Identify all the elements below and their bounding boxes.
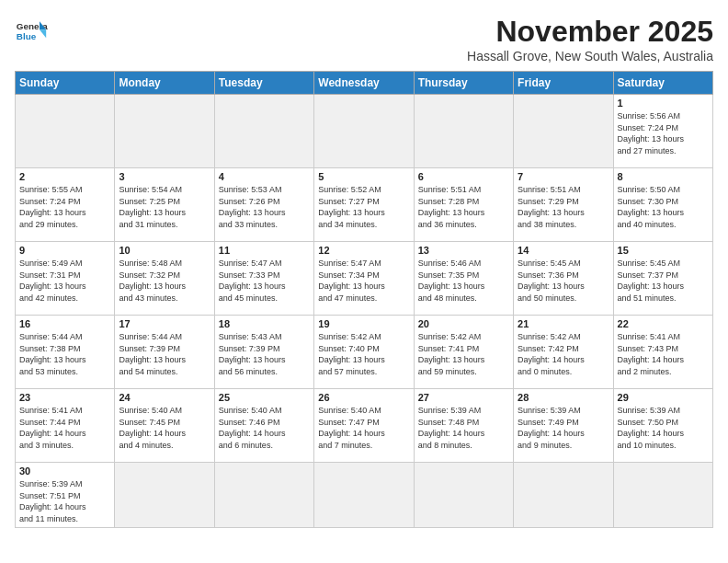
calendar-cell: 15Sunrise: 5:45 AMSunset: 7:37 PMDayligh… [613, 242, 712, 316]
day-info: Sunrise: 5:52 AMSunset: 7:27 PMDaylight:… [318, 184, 409, 230]
calendar-cell: 2Sunrise: 5:55 AMSunset: 7:24 PMDaylight… [16, 168, 115, 242]
calendar-week-row: 23Sunrise: 5:41 AMSunset: 7:44 PMDayligh… [16, 389, 713, 463]
calendar-cell: 29Sunrise: 5:39 AMSunset: 7:50 PMDayligh… [613, 389, 712, 463]
calendar-cell: 4Sunrise: 5:53 AMSunset: 7:26 PMDaylight… [214, 168, 313, 242]
day-number: 7 [518, 171, 609, 182]
calendar-week-row: 16Sunrise: 5:44 AMSunset: 7:38 PMDayligh… [16, 316, 713, 389]
calendar-cell: 14Sunrise: 5:45 AMSunset: 7:36 PMDayligh… [514, 242, 613, 316]
calendar-cell: 26Sunrise: 5:40 AMSunset: 7:47 PMDayligh… [314, 389, 414, 463]
day-info: Sunrise: 5:51 AMSunset: 7:28 PMDaylight:… [418, 184, 509, 230]
day-info: Sunrise: 5:46 AMSunset: 7:35 PMDaylight:… [418, 258, 509, 304]
day-number: 6 [418, 171, 509, 182]
day-number: 16 [19, 318, 110, 329]
day-number: 9 [19, 245, 110, 256]
day-number: 21 [518, 318, 609, 329]
day-number: 2 [19, 171, 110, 182]
calendar-cell [115, 463, 214, 528]
calendar-cell: 21Sunrise: 5:42 AMSunset: 7:42 PMDayligh… [514, 316, 613, 389]
calendar-week-row: 1Sunrise: 5:56 AMSunset: 7:24 PMDaylight… [16, 95, 713, 168]
day-info: Sunrise: 5:51 AMSunset: 7:29 PMDaylight:… [518, 184, 609, 230]
day-number: 10 [119, 245, 210, 256]
calendar-cell [214, 95, 313, 168]
svg-marker-3 [40, 29, 46, 38]
title-area: November 2025 Hassall Grove, New South W… [467, 15, 713, 63]
calendar-cell: 18Sunrise: 5:43 AMSunset: 7:39 PMDayligh… [214, 316, 313, 389]
location-title: Hassall Grove, New South Wales, Australi… [467, 49, 713, 63]
calendar-cell [115, 95, 214, 168]
calendar-cell: 23Sunrise: 5:41 AMSunset: 7:44 PMDayligh… [16, 389, 115, 463]
day-info: Sunrise: 5:40 AMSunset: 7:47 PMDaylight:… [318, 405, 409, 451]
calendar-cell [514, 463, 613, 528]
day-number: 15 [618, 245, 709, 256]
day-number: 18 [219, 318, 310, 329]
day-number: 13 [418, 245, 509, 256]
day-info: Sunrise: 5:48 AMSunset: 7:32 PMDaylight:… [119, 258, 210, 304]
column-header-friday: Friday [514, 72, 613, 95]
column-header-tuesday: Tuesday [214, 72, 313, 95]
calendar-cell: 11Sunrise: 5:47 AMSunset: 7:33 PMDayligh… [214, 242, 313, 316]
calendar-cell: 27Sunrise: 5:39 AMSunset: 7:48 PMDayligh… [414, 389, 513, 463]
calendar-cell: 28Sunrise: 5:39 AMSunset: 7:49 PMDayligh… [514, 389, 613, 463]
logo-icon: General Blue [15, 15, 48, 48]
day-number: 28 [518, 392, 609, 403]
day-number: 1 [618, 98, 709, 109]
calendar-cell [414, 463, 513, 528]
day-info: Sunrise: 5:49 AMSunset: 7:31 PMDaylight:… [19, 258, 110, 304]
day-info: Sunrise: 5:54 AMSunset: 7:25 PMDaylight:… [119, 184, 210, 230]
day-info: Sunrise: 5:42 AMSunset: 7:41 PMDaylight:… [418, 331, 509, 377]
calendar-cell: 7Sunrise: 5:51 AMSunset: 7:29 PMDaylight… [514, 168, 613, 242]
calendar-header-row: SundayMondayTuesdayWednesdayThursdayFrid… [16, 72, 713, 95]
calendar-cell: 19Sunrise: 5:42 AMSunset: 7:40 PMDayligh… [314, 316, 414, 389]
day-number: 11 [219, 245, 310, 256]
calendar-cell: 5Sunrise: 5:52 AMSunset: 7:27 PMDaylight… [314, 168, 414, 242]
calendar-cell [414, 95, 513, 168]
day-info: Sunrise: 5:44 AMSunset: 7:38 PMDaylight:… [19, 331, 110, 377]
calendar-week-row: 2Sunrise: 5:55 AMSunset: 7:24 PMDaylight… [16, 168, 713, 242]
calendar-cell: 25Sunrise: 5:40 AMSunset: 7:46 PMDayligh… [214, 389, 313, 463]
day-info: Sunrise: 5:47 AMSunset: 7:33 PMDaylight:… [219, 258, 310, 304]
day-info: Sunrise: 5:40 AMSunset: 7:45 PMDaylight:… [119, 405, 210, 451]
calendar-cell: 8Sunrise: 5:50 AMSunset: 7:30 PMDaylight… [613, 168, 712, 242]
day-info: Sunrise: 5:50 AMSunset: 7:30 PMDaylight:… [618, 184, 709, 230]
day-number: 3 [119, 171, 210, 182]
day-info: Sunrise: 5:39 AMSunset: 7:50 PMDaylight:… [618, 405, 709, 451]
day-number: 12 [318, 245, 409, 256]
calendar-cell [514, 95, 613, 168]
column-header-thursday: Thursday [414, 72, 513, 95]
calendar-cell: 3Sunrise: 5:54 AMSunset: 7:25 PMDaylight… [115, 168, 214, 242]
day-number: 26 [318, 392, 409, 403]
day-info: Sunrise: 5:42 AMSunset: 7:40 PMDaylight:… [318, 331, 409, 377]
day-number: 22 [618, 318, 709, 329]
day-number: 24 [119, 392, 210, 403]
calendar-week-row: 9Sunrise: 5:49 AMSunset: 7:31 PMDaylight… [16, 242, 713, 316]
day-number: 20 [418, 318, 509, 329]
calendar-cell: 22Sunrise: 5:41 AMSunset: 7:43 PMDayligh… [613, 316, 712, 389]
calendar-week-row: 30Sunrise: 5:39 AMSunset: 7:51 PMDayligh… [16, 463, 713, 528]
day-number: 17 [119, 318, 210, 329]
day-number: 19 [318, 318, 409, 329]
day-info: Sunrise: 5:41 AMSunset: 7:44 PMDaylight:… [19, 405, 110, 451]
day-number: 4 [219, 171, 310, 182]
calendar-cell: 13Sunrise: 5:46 AMSunset: 7:35 PMDayligh… [414, 242, 513, 316]
day-info: Sunrise: 5:39 AMSunset: 7:49 PMDaylight:… [518, 405, 609, 451]
day-info: Sunrise: 5:55 AMSunset: 7:24 PMDaylight:… [19, 184, 110, 230]
day-number: 14 [518, 245, 609, 256]
day-number: 23 [19, 392, 110, 403]
calendar-cell: 6Sunrise: 5:51 AMSunset: 7:28 PMDaylight… [414, 168, 513, 242]
day-info: Sunrise: 5:44 AMSunset: 7:39 PMDaylight:… [119, 331, 210, 377]
calendar-cell [314, 95, 414, 168]
calendar-cell [16, 95, 115, 168]
svg-text:Blue: Blue [17, 31, 37, 41]
calendar-cell: 9Sunrise: 5:49 AMSunset: 7:31 PMDaylight… [16, 242, 115, 316]
calendar-cell: 30Sunrise: 5:39 AMSunset: 7:51 PMDayligh… [16, 463, 115, 528]
day-number: 8 [618, 171, 709, 182]
day-info: Sunrise: 5:39 AMSunset: 7:51 PMDaylight:… [19, 478, 110, 524]
day-info: Sunrise: 5:42 AMSunset: 7:42 PMDaylight:… [518, 331, 609, 377]
calendar-cell [314, 463, 414, 528]
calendar-cell: 24Sunrise: 5:40 AMSunset: 7:45 PMDayligh… [115, 389, 214, 463]
calendar-cell: 20Sunrise: 5:42 AMSunset: 7:41 PMDayligh… [414, 316, 513, 389]
column-header-monday: Monday [115, 72, 214, 95]
page-header: General Blue November 2025 Hassall Grove… [15, 15, 713, 63]
day-info: Sunrise: 5:39 AMSunset: 7:48 PMDaylight:… [418, 405, 509, 451]
column-header-sunday: Sunday [16, 72, 115, 95]
